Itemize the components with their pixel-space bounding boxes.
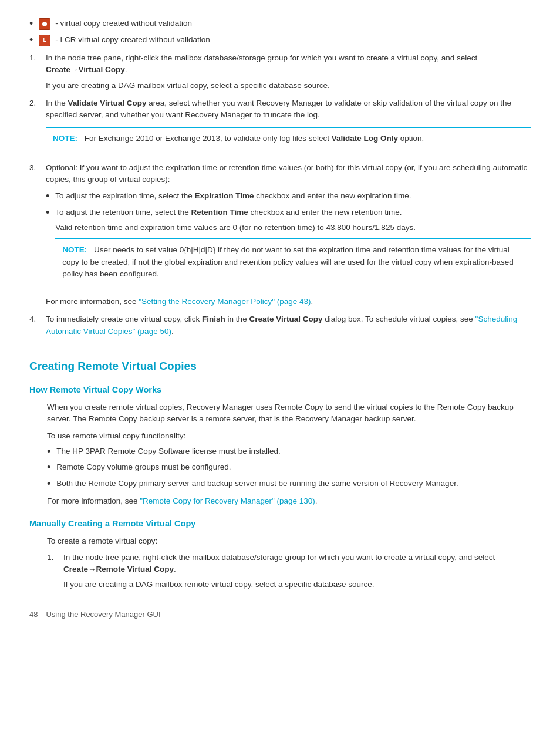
note-label-2: NOTE:	[62, 245, 87, 254]
retention-note: Valid retention time and expiration time…	[55, 222, 531, 234]
note-box-1: NOTE: For Exchange 2010 or Exchange 2013…	[46, 127, 531, 150]
remote-bullet-1: • The HP 3PAR Remote Copy Software licen…	[47, 445, 531, 458]
more-info-1: For more information, see "Setting the R…	[46, 296, 531, 308]
step-3-bullet-1: • To adjust the expiration time, select …	[46, 190, 531, 203]
step-1-main: In the node tree pane, right-click the m…	[46, 53, 477, 74]
bullet-item-2-text: - LCR virtual copy created without valid…	[55, 34, 210, 46]
step-3-bullets: • To adjust the expiration time, select …	[46, 190, 531, 291]
subsection1-content: When you create remote virtual copies, R…	[47, 401, 531, 507]
bullet-dot-1: •	[29, 18, 33, 31]
step-1-num: 1.	[29, 52, 46, 64]
footer-text: Using the Recovery Manager GUI	[46, 609, 160, 620]
step-4-num: 4.	[29, 313, 46, 325]
bullet-item-2: • - LCR virtual copy created without val…	[29, 34, 531, 47]
note-1-bold: Validate Log Only	[332, 134, 398, 143]
step-1-sub: If you are creating a DAG mailbox virtua…	[46, 80, 531, 92]
step-2-bold: Validate Virtual Copy	[68, 99, 147, 107]
step-3: 3. Optional: If you want to adjust the e…	[29, 162, 531, 308]
step-1-arrow: →	[70, 65, 79, 74]
step-1-content: In the node tree pane, right-click the m…	[46, 52, 531, 92]
remote-bullet-2-dot: •	[47, 461, 50, 474]
virtual-copy-icon	[39, 18, 50, 30]
subsection2-bold2: Remote Virtual Copy	[96, 565, 174, 573]
icon-bullet-list: • - virtual copy created without validat…	[29, 18, 531, 46]
footer-page-num: 48	[29, 609, 38, 620]
subsection1-more-info-link[interactable]: "Remote Copy for Recovery Manager" (page…	[140, 497, 315, 505]
subsection2-step-1-text: In the node tree pane, right-click the m…	[63, 553, 495, 573]
note-box-2: NOTE: User needs to set value 0{h|H|d|D}…	[55, 238, 531, 285]
step-3-bullet-1-dot: •	[46, 190, 49, 203]
remote-bullets: • The HP 3PAR Remote Copy Software licen…	[47, 445, 531, 491]
remote-bullet-3-text: Both the Remote Copy primary server and …	[56, 478, 458, 490]
step-3-bullet-1-text: To adjust the expiration time, select th…	[55, 190, 411, 202]
remote-bullet-2: • Remote Copy volume groups must be conf…	[47, 461, 531, 474]
main-steps: 1. In the node tree pane, right-click th…	[29, 52, 531, 337]
step-3-bullet-2-text: To adjust the retention time, select the…	[55, 208, 402, 217]
step-1: 1. In the node tree pane, right-click th…	[29, 52, 531, 92]
bullet-dot-2: •	[29, 34, 33, 47]
section-heading-remote: Creating Remote Virtual Copies	[29, 358, 531, 375]
bullet-item-1-text: - virtual copy created without validatio…	[55, 18, 192, 29]
step-4: 4. To immediately create one virtual cop…	[29, 313, 531, 337]
remote-bullet-3-dot: •	[47, 478, 50, 491]
step-2-num: 2.	[29, 97, 46, 109]
step-4-bold2: Create Virtual Copy	[249, 315, 322, 323]
remote-bullet-1-dot: •	[47, 445, 50, 458]
note-1-text: For Exchange 2010 or Exchange 2013, to v…	[85, 134, 424, 143]
more-info-1-link[interactable]: "Setting the Recovery Manager Policy" (p…	[139, 297, 311, 306]
subsection2-step-1-sub: If you are creating a DAG mailbox remote…	[63, 579, 531, 590]
divider-1	[29, 346, 531, 346]
remote-bullet-3: • Both the Remote Copy primary server an…	[47, 478, 531, 491]
step-3-bullet-2-content: To adjust the retention time, select the…	[55, 207, 531, 291]
bullet-item-1: • - virtual copy created without validat…	[29, 18, 531, 31]
subsection1-para2: To use remote virtual copy functionality…	[47, 430, 531, 442]
note-2-text: User needs to set value 0{h|H|d|D} if th…	[62, 245, 513, 278]
sub-heading-how: How Remote Virtual Copy Works	[29, 384, 531, 397]
step-4-main: To immediately create one virtual copy, …	[46, 315, 517, 335]
step-3-main: Optional: If you want to adjust the expi…	[46, 163, 527, 184]
subsection2-arrow: →	[88, 565, 96, 573]
lcr-virtual-copy-icon	[39, 35, 50, 46]
step-3-bullet-2: • To adjust the retention time, select t…	[46, 207, 531, 291]
step-3-bullet-2-dot: •	[46, 207, 49, 220]
step-2-content: In the Validate Virtual Copy area, selec…	[46, 97, 531, 156]
subsection1-more-info: For more information, see "Remote Copy f…	[47, 495, 531, 507]
subsection1-para1: When you create remote virtual copies, R…	[47, 401, 531, 426]
step-4-content: To immediately create one virtual copy, …	[46, 313, 531, 337]
subsection2-content: To create a remote virtual copy: 1. In t…	[47, 535, 531, 591]
sub-heading-manually: Manually Creating a Remote Virtual Copy	[29, 518, 531, 531]
step-3-content: Optional: If you want to adjust the expi…	[46, 162, 531, 308]
step-2: 2. In the Validate Virtual Copy area, se…	[29, 97, 531, 156]
subsection2-step-1-content: In the node tree pane, right-click the m…	[63, 552, 531, 591]
step-1-bold1: Create	[46, 65, 70, 74]
step-4-bold1: Finish	[202, 315, 225, 323]
subsection2-intro: To create a remote virtual copy:	[47, 535, 531, 547]
step-2-main: In the Validate Virtual Copy area, selec…	[46, 99, 511, 119]
page-footer: 48 Using the Recovery Manager GUI	[29, 609, 531, 620]
remote-bullet-1-text: The HP 3PAR Remote Copy Software license…	[56, 445, 280, 457]
expiration-bold: Expiration Time	[194, 191, 254, 200]
step-1-bold2: Virtual Copy	[79, 65, 125, 74]
remote-bullet-2-text: Remote Copy volume groups must be config…	[56, 461, 231, 473]
subsection2-bold1: Create	[63, 565, 88, 573]
subsection2-step-1: 1. In the node tree pane, right-click th…	[47, 552, 531, 591]
note-label-1: NOTE:	[53, 134, 77, 143]
subsection2-step-1-num: 1.	[47, 552, 63, 563]
step-3-num: 3.	[29, 162, 46, 174]
retention-bold: Retention Time	[191, 208, 248, 217]
subsection2-steps: 1. In the node tree pane, right-click th…	[47, 552, 531, 591]
